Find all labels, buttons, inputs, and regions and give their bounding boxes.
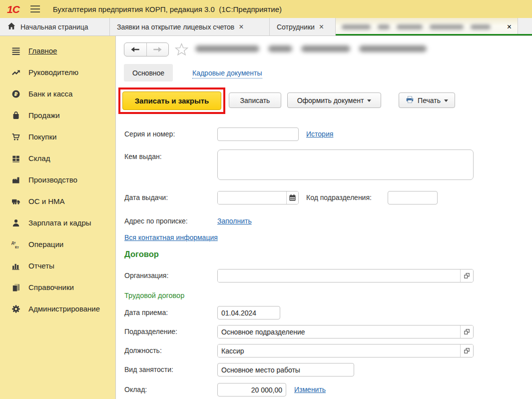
sidebar-item-label: Операции — [28, 240, 63, 248]
dept-code-label: Код подразделения: — [306, 191, 372, 204]
trend-up-icon — [10, 68, 22, 77]
sidebar-item-bank-i-kassa[interactable]: ₽ Банк и касса — [0, 83, 115, 104]
svg-text:₽: ₽ — [14, 90, 17, 96]
sidebar-item-zarplata-i-kadry[interactable]: Зарплата и кадры — [0, 212, 115, 234]
calendar-icon[interactable] — [286, 192, 298, 204]
hire-date-label: Дата приема: — [124, 306, 168, 320]
position-field — [217, 344, 474, 358]
issued-by-label: Кем выдан: — [124, 150, 162, 164]
truck-icon — [10, 197, 22, 206]
sidebar-item-label: Покупки — [28, 132, 56, 141]
annotation-highlight-rect: Записать и закрыть — [118, 88, 225, 114]
sidebar-item-label: Зарплата и кадры — [28, 218, 91, 227]
sidebar-item-label: Справочники — [28, 283, 74, 292]
save-and-close-button[interactable]: Записать и закрыть — [122, 92, 221, 110]
department-input[interactable] — [218, 326, 460, 338]
home-icon — [7, 22, 16, 32]
sidebar-item-label: Администрирование — [28, 304, 100, 313]
tab-employees-label: Сотрудники — [277, 23, 315, 31]
issued-by-textarea[interactable] — [217, 150, 474, 180]
form-tab-osnovnoe[interactable]: Основное — [124, 64, 173, 82]
organization-input[interactable] — [218, 270, 460, 282]
history-nav-group — [124, 42, 169, 56]
series-number-label: Серия и номер: — [124, 128, 175, 141]
choose-from-list-icon[interactable] — [460, 270, 473, 282]
gear-icon — [10, 304, 22, 314]
history-link[interactable]: История — [306, 128, 333, 141]
close-icon[interactable]: × — [319, 23, 324, 31]
tab-employees[interactable]: Сотрудники × — [270, 18, 336, 36]
sidebar-item-label: Склад — [28, 154, 50, 162]
all-contact-info-link[interactable]: Вся контактная информация — [124, 231, 218, 244]
sidebar-item-sklad[interactable]: Склад — [0, 148, 115, 169]
hire-date-input[interactable] — [217, 306, 280, 320]
issue-date-input[interactable] — [218, 192, 286, 204]
tab-home[interactable]: Начальная страница — [0, 18, 110, 36]
sidebar-item-glavnoe[interactable]: Главное — [0, 40, 115, 62]
sidebar-item-os-i-nma[interactable]: ОС и НМА — [0, 190, 115, 212]
sidebar-item-label: Отчеты — [28, 262, 54, 270]
tab-home-label: Начальная страница — [20, 23, 88, 31]
ruble-coin-icon: ₽ — [10, 90, 22, 98]
employment-type-input[interactable] — [217, 363, 354, 376]
series-number-input[interactable] — [217, 128, 299, 141]
active-tab-underline — [336, 34, 532, 36]
create-document-button[interactable]: Оформить документ — [287, 92, 381, 108]
sidebar-item-rukovoditelyu[interactable]: Руководителю — [0, 62, 115, 83]
menu-lines-icon — [10, 46, 22, 56]
dept-code-input[interactable] — [388, 191, 438, 204]
sidebar-item-administrirovanie[interactable]: Администрирование — [0, 298, 115, 320]
employee-form: Основное Кадровые документы Записать и з… — [116, 36, 532, 399]
sidebar-item-prodazhi[interactable]: Продажи — [0, 104, 115, 126]
books-icon — [10, 283, 22, 292]
debit-credit-icon: ДтКт — [10, 240, 22, 249]
salary-input[interactable] — [217, 383, 286, 396]
create-document-label: Оформить документ — [297, 96, 364, 104]
change-salary-link[interactable]: Изменить — [294, 383, 326, 396]
print-label: Печать — [418, 96, 441, 104]
choose-from-list-icon[interactable] — [460, 344, 473, 357]
main-menu-icon[interactable] — [30, 6, 40, 12]
fill-address-link[interactable]: Заполнить — [217, 214, 252, 228]
labor-contract-subheader: Трудовой договор — [124, 289, 184, 302]
issue-date-field — [217, 191, 299, 204]
svg-text:Кт: Кт — [15, 245, 19, 248]
sidebar-item-spravochniki[interactable]: Справочники — [0, 276, 115, 298]
employment-type-label: Вид занятости: — [124, 363, 173, 376]
sidebar-item-label: Производство — [28, 176, 77, 184]
save-button[interactable]: Записать — [229, 92, 281, 108]
chevron-down-icon — [367, 100, 371, 102]
department-field — [217, 325, 474, 338]
sidebar-item-label: Продажи — [28, 111, 60, 120]
sidebar-item-otchety[interactable]: Отчеты — [0, 255, 115, 276]
sidebar-item-label: Главное — [28, 46, 57, 55]
department-label: Подразделение: — [124, 325, 177, 338]
title-bar: 1С Бухгалтерия предприятия КОРП, редакци… — [0, 0, 532, 18]
registered-address-label: Адрес по прописке: — [124, 214, 188, 228]
app-title: Бухгалтерия предприятия КОРП, редакция 3… — [53, 5, 282, 14]
organization-field — [217, 269, 474, 282]
sidebar-item-operacii[interactable]: ДтКт Операции — [0, 234, 115, 255]
choose-from-list-icon[interactable] — [460, 326, 473, 338]
bar-chart-icon — [10, 262, 22, 270]
favorite-star-icon[interactable] — [174, 42, 189, 59]
sections-panel: Главное Руководителю ₽ Банк и касса Прод… — [0, 36, 116, 399]
issue-date-label: Дата выдачи: — [124, 191, 168, 204]
tab-account-requests[interactable]: Заявки на открытие лицевых счетов × — [110, 18, 270, 36]
position-input[interactable] — [218, 344, 460, 357]
close-icon[interactable]: × — [239, 23, 243, 31]
close-icon[interactable]: × — [507, 22, 512, 32]
form-tab-kadrovye-dokumenty[interactable]: Кадровые документы — [192, 68, 262, 78]
back-button[interactable] — [124, 43, 147, 56]
forward-button[interactable] — [147, 43, 169, 56]
sidebar-item-label: Банк и касса — [28, 90, 72, 98]
salary-label: Оклад: — [124, 383, 147, 396]
sidebar-item-proizvodstvo[interactable]: Производство — [0, 169, 115, 190]
app-window: 1С Бухгалтерия предприятия КОРП, редакци… — [0, 0, 532, 399]
sidebar-item-pokupki[interactable]: Покупки — [0, 126, 115, 148]
shopping-bag-icon — [10, 111, 22, 120]
print-button[interactable]: Печать — [399, 92, 455, 108]
position-label: Должность: — [124, 344, 162, 358]
tab-employee-card-active[interactable]: × — [336, 18, 518, 36]
shopping-cart-icon — [10, 132, 22, 142]
